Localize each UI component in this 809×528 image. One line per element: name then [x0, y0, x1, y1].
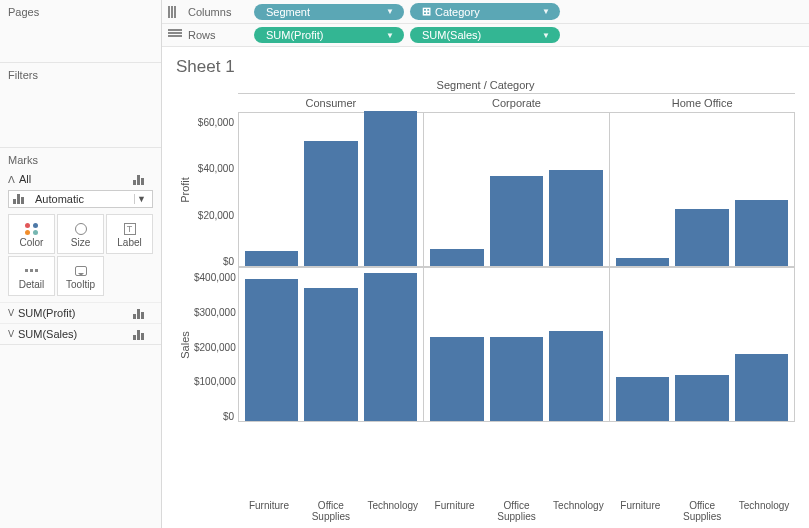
mark-type-label: Automatic	[31, 193, 134, 205]
marks-measure-sales[interactable]: ᐯ SUM(Sales)	[0, 323, 161, 344]
segment-cell	[609, 113, 795, 266]
side-panels: Pages Filters Marks ᐱ All Automatic ▼ C	[0, 0, 162, 528]
size-label: Size	[71, 237, 90, 248]
category-label[interactable]: OfficeSupplies	[671, 497, 733, 522]
size-button[interactable]: Size	[57, 214, 104, 254]
segment-cell	[423, 113, 608, 266]
segment-header[interactable]: Home Office	[609, 93, 795, 112]
segment-headers: ConsumerCorporateHome Office	[238, 93, 795, 112]
pill-label: Segment	[266, 6, 310, 18]
bar[interactable]	[735, 200, 788, 266]
pages-header: Pages	[0, 0, 161, 24]
bar[interactable]	[735, 354, 788, 421]
rows-icon	[168, 29, 182, 41]
chevron-down-icon: ▼	[542, 7, 550, 16]
filters-shelf[interactable]	[0, 87, 161, 147]
bar[interactable]	[616, 258, 669, 266]
segment-cell	[423, 268, 608, 421]
marks-measure-profit[interactable]: ᐯ SUM(Profit)	[0, 302, 161, 323]
category-label[interactable]: Technology	[547, 497, 609, 522]
size-icon	[75, 223, 87, 235]
chart-row: Profit$60,000$40,000$20,000$0	[176, 112, 795, 267]
label-label: Label	[117, 237, 141, 248]
detail-button[interactable]: Detail	[8, 256, 55, 296]
rows-shelf-label: Rows	[168, 29, 248, 41]
chevron-up-icon: ᐱ	[8, 174, 15, 185]
segment-cell	[609, 268, 795, 421]
chevron-down-icon: ▼	[386, 31, 394, 40]
bar[interactable]	[616, 377, 669, 421]
bar[interactable]	[304, 288, 357, 421]
category-label[interactable]: OfficeSupplies	[300, 497, 362, 522]
column-header-title: Segment / Category	[176, 79, 795, 91]
color-label: Color	[20, 237, 44, 248]
pages-panel: Pages	[0, 0, 161, 63]
bar[interactable]	[675, 375, 728, 421]
marks-panel: Marks ᐱ All Automatic ▼ Color Size	[0, 148, 161, 345]
bar[interactable]	[675, 209, 728, 266]
segment-cell	[238, 268, 423, 421]
pill-label: SUM(Sales)	[422, 29, 481, 41]
bar[interactable]	[304, 141, 357, 266]
pill-profit[interactable]: SUM(Profit) ▼	[254, 27, 404, 43]
category-label[interactable]: Technology	[733, 497, 795, 522]
filters-panel: Filters	[0, 63, 161, 148]
bar[interactable]	[245, 251, 298, 266]
columns-shelf-label: Columns	[168, 6, 248, 18]
y-axis-title[interactable]: Sales	[176, 267, 194, 422]
category-label[interactable]: Furniture	[238, 497, 300, 522]
bar[interactable]	[245, 279, 298, 421]
y-axis-ticks: $400,000$300,000$200,000$100,000$0	[194, 267, 238, 422]
columns-icon	[168, 6, 182, 18]
marks-button-grid: Color Size T Label Detail Tooltip	[8, 214, 153, 296]
tooltip-label: Tooltip	[66, 279, 95, 290]
rows-shelf[interactable]: Rows SUM(Profit) ▼ SUM(Sales) ▼	[162, 24, 809, 47]
plot-row	[238, 112, 795, 267]
category-label[interactable]: Furniture	[424, 497, 486, 522]
chart-row: Sales$400,000$300,000$200,000$100,000$0	[176, 267, 795, 422]
expand-icon: ⊞	[422, 5, 431, 18]
bar[interactable]	[490, 176, 543, 266]
chart-area: Profit$60,000$40,000$20,000$0Sales$400,0…	[176, 112, 795, 497]
detail-icon	[25, 269, 38, 272]
bar-icon	[133, 328, 153, 340]
category-label[interactable]: OfficeSupplies	[486, 497, 548, 522]
pill-category[interactable]: ⊞ Category ▼	[410, 3, 560, 20]
mark-type-dropdown[interactable]: Automatic ▼	[8, 190, 153, 208]
bar-icon	[13, 194, 31, 204]
chevron-down-icon: ▼	[134, 194, 148, 204]
chevron-down-icon: ᐯ	[8, 329, 14, 339]
marks-all-row[interactable]: ᐱ All	[0, 170, 161, 188]
bar[interactable]	[364, 273, 417, 421]
bar[interactable]	[490, 337, 543, 422]
category-label[interactable]: Technology	[362, 497, 424, 522]
bar[interactable]	[430, 337, 483, 421]
category-labels: FurnitureOfficeSuppliesTechnologyFurnitu…	[238, 497, 795, 522]
segment-header[interactable]: Corporate	[424, 93, 610, 112]
label-button[interactable]: T Label	[106, 214, 153, 254]
tooltip-icon	[75, 266, 87, 276]
color-button[interactable]: Color	[8, 214, 55, 254]
pill-label: SUM(Profit)	[266, 29, 323, 41]
bar[interactable]	[430, 249, 483, 266]
filters-header: Filters	[0, 63, 161, 87]
pages-shelf[interactable]	[0, 24, 161, 62]
category-label[interactable]: Furniture	[609, 497, 671, 522]
marks-all-label: All	[19, 173, 133, 185]
main-area: Columns Segment ▼ ⊞ Category ▼ Rows SUM(…	[162, 0, 809, 528]
bar[interactable]	[549, 331, 602, 421]
marks-header: Marks	[0, 148, 161, 170]
y-axis-title[interactable]: Profit	[176, 112, 194, 267]
pill-segment[interactable]: Segment ▼	[254, 4, 404, 20]
bar[interactable]	[364, 111, 417, 266]
columns-shelf[interactable]: Columns Segment ▼ ⊞ Category ▼	[162, 0, 809, 24]
tooltip-button[interactable]: Tooltip	[57, 256, 104, 296]
pill-sales[interactable]: SUM(Sales) ▼	[410, 27, 560, 43]
color-icon	[25, 223, 39, 235]
y-axis-ticks: $60,000$40,000$20,000$0	[194, 112, 238, 267]
bar[interactable]	[549, 170, 602, 266]
sheet-title[interactable]: Sheet 1	[176, 57, 795, 77]
segment-header[interactable]: Consumer	[238, 93, 424, 112]
segment-cell	[238, 113, 423, 266]
bar-icon	[133, 307, 153, 319]
